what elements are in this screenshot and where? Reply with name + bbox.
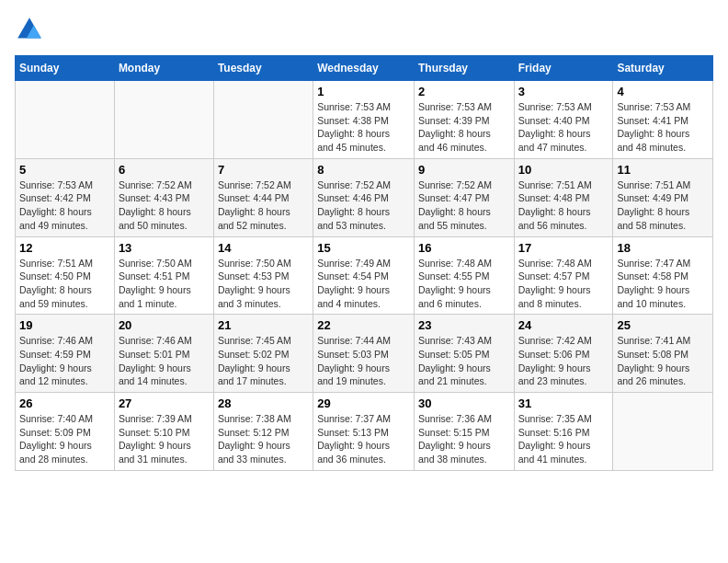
day-info: Sunrise: 7:53 AM Sunset: 4:39 PM Dayligh… bbox=[418, 100, 510, 155]
day-info: Sunrise: 7:53 AM Sunset: 4:38 PM Dayligh… bbox=[317, 100, 410, 155]
day-info: Sunrise: 7:52 AM Sunset: 4:44 PM Dayligh… bbox=[218, 178, 309, 233]
day-info: Sunrise: 7:38 AM Sunset: 5:12 PM Dayligh… bbox=[218, 412, 309, 466]
day-number: 14 bbox=[218, 241, 309, 255]
day-number: 20 bbox=[119, 318, 210, 332]
day-number: 23 bbox=[418, 318, 510, 332]
day-info: Sunrise: 7:39 AM Sunset: 5:10 PM Dayligh… bbox=[119, 412, 210, 466]
day-info: Sunrise: 7:43 AM Sunset: 5:05 PM Dayligh… bbox=[418, 334, 510, 388]
calendar-cell: 2Sunrise: 7:53 AM Sunset: 4:39 PM Daylig… bbox=[414, 81, 514, 159]
day-number: 4 bbox=[617, 85, 709, 98]
calendar-cell: 19Sunrise: 7:46 AM Sunset: 4:59 PM Dayli… bbox=[16, 315, 115, 393]
day-info: Sunrise: 7:53 AM Sunset: 4:40 PM Dayligh… bbox=[518, 100, 609, 155]
calendar-cell: 1Sunrise: 7:53 AM Sunset: 4:38 PM Daylig… bbox=[313, 81, 415, 159]
weekday-header: Saturday bbox=[613, 56, 713, 81]
calendar-cell: 7Sunrise: 7:52 AM Sunset: 4:44 PM Daylig… bbox=[213, 158, 313, 236]
calendar-week-row: 1Sunrise: 7:53 AM Sunset: 4:38 PM Daylig… bbox=[16, 81, 713, 159]
calendar-cell bbox=[613, 393, 713, 471]
weekday-header: Sunday bbox=[16, 56, 115, 81]
calendar-week-row: 26Sunrise: 7:40 AM Sunset: 5:09 PM Dayli… bbox=[16, 393, 713, 471]
calendar-cell: 12Sunrise: 7:51 AM Sunset: 4:50 PM Dayli… bbox=[16, 236, 115, 315]
day-info: Sunrise: 7:47 AM Sunset: 4:58 PM Dayligh… bbox=[617, 257, 709, 311]
calendar-cell: 9Sunrise: 7:52 AM Sunset: 4:47 PM Daylig… bbox=[414, 158, 514, 236]
day-number: 6 bbox=[119, 163, 210, 177]
day-number: 22 bbox=[317, 318, 410, 332]
calendar-cell: 11Sunrise: 7:51 AM Sunset: 4:49 PM Dayli… bbox=[613, 158, 713, 236]
day-number: 9 bbox=[418, 163, 510, 177]
day-number: 11 bbox=[617, 163, 709, 177]
day-info: Sunrise: 7:45 AM Sunset: 5:02 PM Dayligh… bbox=[218, 334, 309, 388]
day-number: 25 bbox=[617, 318, 709, 332]
calendar-cell: 25Sunrise: 7:41 AM Sunset: 5:08 PM Dayli… bbox=[613, 315, 713, 393]
day-number: 29 bbox=[317, 396, 410, 410]
day-number: 2 bbox=[418, 85, 510, 98]
day-info: Sunrise: 7:35 AM Sunset: 5:16 PM Dayligh… bbox=[518, 412, 609, 466]
calendar-cell: 18Sunrise: 7:47 AM Sunset: 4:58 PM Dayli… bbox=[613, 236, 713, 315]
day-number: 1 bbox=[317, 85, 410, 98]
day-number: 31 bbox=[518, 396, 609, 410]
calendar-cell: 27Sunrise: 7:39 AM Sunset: 5:10 PM Dayli… bbox=[114, 393, 213, 471]
calendar-cell: 29Sunrise: 7:37 AM Sunset: 5:13 PM Dayli… bbox=[313, 393, 415, 471]
day-number: 27 bbox=[119, 396, 210, 410]
day-info: Sunrise: 7:46 AM Sunset: 5:01 PM Dayligh… bbox=[119, 334, 210, 388]
weekday-header-row: SundayMondayTuesdayWednesdayThursdayFrid… bbox=[16, 56, 713, 81]
calendar-cell: 15Sunrise: 7:49 AM Sunset: 4:54 PM Dayli… bbox=[313, 236, 415, 315]
day-info: Sunrise: 7:52 AM Sunset: 4:47 PM Dayligh… bbox=[418, 178, 510, 233]
calendar-cell: 30Sunrise: 7:36 AM Sunset: 5:15 PM Dayli… bbox=[414, 393, 514, 471]
calendar-cell: 31Sunrise: 7:35 AM Sunset: 5:16 PM Dayli… bbox=[514, 393, 613, 471]
day-info: Sunrise: 7:52 AM Sunset: 4:43 PM Dayligh… bbox=[119, 178, 210, 233]
day-number: 17 bbox=[518, 241, 609, 255]
calendar-week-row: 5Sunrise: 7:53 AM Sunset: 4:42 PM Daylig… bbox=[16, 158, 713, 236]
logo bbox=[15, 15, 48, 44]
weekday-header: Monday bbox=[114, 56, 213, 81]
page-header bbox=[15, 15, 713, 44]
day-info: Sunrise: 7:48 AM Sunset: 4:57 PM Dayligh… bbox=[518, 257, 609, 311]
day-info: Sunrise: 7:52 AM Sunset: 4:46 PM Dayligh… bbox=[317, 178, 410, 233]
day-number: 13 bbox=[119, 241, 210, 255]
day-info: Sunrise: 7:37 AM Sunset: 5:13 PM Dayligh… bbox=[317, 412, 410, 466]
calendar-cell bbox=[114, 81, 213, 159]
day-number: 28 bbox=[218, 396, 309, 410]
calendar-cell: 17Sunrise: 7:48 AM Sunset: 4:57 PM Dayli… bbox=[514, 236, 613, 315]
weekday-header: Wednesday bbox=[313, 56, 415, 81]
calendar-cell: 16Sunrise: 7:48 AM Sunset: 4:55 PM Dayli… bbox=[414, 236, 514, 315]
day-info: Sunrise: 7:50 AM Sunset: 4:51 PM Dayligh… bbox=[119, 257, 210, 311]
calendar-cell: 8Sunrise: 7:52 AM Sunset: 4:46 PM Daylig… bbox=[313, 158, 415, 236]
day-info: Sunrise: 7:51 AM Sunset: 4:48 PM Dayligh… bbox=[518, 178, 609, 233]
weekday-header: Friday bbox=[514, 56, 613, 81]
weekday-header: Tuesday bbox=[213, 56, 313, 81]
weekday-header: Thursday bbox=[414, 56, 514, 81]
day-info: Sunrise: 7:53 AM Sunset: 4:42 PM Dayligh… bbox=[19, 178, 110, 233]
day-info: Sunrise: 7:50 AM Sunset: 4:53 PM Dayligh… bbox=[218, 257, 309, 311]
logo-icon bbox=[15, 15, 44, 44]
day-info: Sunrise: 7:51 AM Sunset: 4:50 PM Dayligh… bbox=[19, 257, 110, 311]
day-info: Sunrise: 7:48 AM Sunset: 4:55 PM Dayligh… bbox=[418, 257, 510, 311]
calendar-cell: 4Sunrise: 7:53 AM Sunset: 4:41 PM Daylig… bbox=[613, 81, 713, 159]
calendar: SundayMondayTuesdayWednesdayThursdayFrid… bbox=[15, 55, 713, 471]
day-info: Sunrise: 7:46 AM Sunset: 4:59 PM Dayligh… bbox=[19, 334, 110, 388]
day-info: Sunrise: 7:41 AM Sunset: 5:08 PM Dayligh… bbox=[617, 334, 709, 388]
calendar-cell: 10Sunrise: 7:51 AM Sunset: 4:48 PM Dayli… bbox=[514, 158, 613, 236]
day-number: 30 bbox=[418, 396, 510, 410]
calendar-cell: 13Sunrise: 7:50 AM Sunset: 4:51 PM Dayli… bbox=[114, 236, 213, 315]
day-number: 19 bbox=[19, 318, 110, 332]
day-number: 12 bbox=[19, 241, 110, 255]
day-number: 15 bbox=[317, 241, 410, 255]
day-number: 10 bbox=[518, 163, 609, 177]
calendar-cell: 26Sunrise: 7:40 AM Sunset: 5:09 PM Dayli… bbox=[16, 393, 115, 471]
calendar-week-row: 19Sunrise: 7:46 AM Sunset: 4:59 PM Dayli… bbox=[16, 315, 713, 393]
calendar-cell: 21Sunrise: 7:45 AM Sunset: 5:02 PM Dayli… bbox=[213, 315, 313, 393]
calendar-cell: 5Sunrise: 7:53 AM Sunset: 4:42 PM Daylig… bbox=[16, 158, 115, 236]
calendar-cell: 3Sunrise: 7:53 AM Sunset: 4:40 PM Daylig… bbox=[514, 81, 613, 159]
calendar-cell bbox=[213, 81, 313, 159]
calendar-cell bbox=[16, 81, 115, 159]
day-number: 8 bbox=[317, 163, 410, 177]
day-info: Sunrise: 7:49 AM Sunset: 4:54 PM Dayligh… bbox=[317, 257, 410, 311]
day-info: Sunrise: 7:40 AM Sunset: 5:09 PM Dayligh… bbox=[19, 412, 110, 466]
calendar-cell: 24Sunrise: 7:42 AM Sunset: 5:06 PM Dayli… bbox=[514, 315, 613, 393]
calendar-cell: 20Sunrise: 7:46 AM Sunset: 5:01 PM Dayli… bbox=[114, 315, 213, 393]
day-number: 24 bbox=[518, 318, 609, 332]
day-info: Sunrise: 7:42 AM Sunset: 5:06 PM Dayligh… bbox=[518, 334, 609, 388]
day-number: 21 bbox=[218, 318, 309, 332]
calendar-cell: 6Sunrise: 7:52 AM Sunset: 4:43 PM Daylig… bbox=[114, 158, 213, 236]
calendar-cell: 14Sunrise: 7:50 AM Sunset: 4:53 PM Dayli… bbox=[213, 236, 313, 315]
